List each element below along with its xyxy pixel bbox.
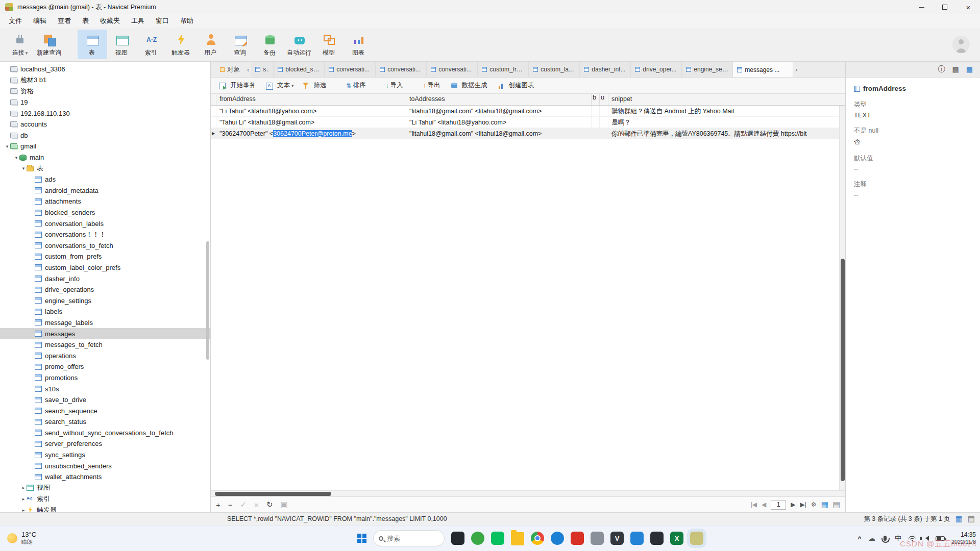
navicat-icon[interactable] bbox=[690, 532, 703, 545]
page-settings-gear-icon[interactable]: ⚙ bbox=[811, 501, 817, 508]
view-button[interactable]: 视图 bbox=[107, 30, 137, 59]
expand-arrow-icon[interactable]: ▸ bbox=[20, 496, 27, 502]
grid-view-icon[interactable]: ▦ bbox=[821, 500, 828, 509]
cell-b[interactable] bbox=[592, 128, 600, 139]
backup-button[interactable]: 备份 bbox=[255, 30, 285, 59]
cell-u[interactable] bbox=[600, 106, 608, 117]
column-header-u[interactable]: u bbox=[600, 94, 608, 105]
delete-record-icon[interactable]: − bbox=[228, 500, 233, 509]
close-button[interactable]: × bbox=[957, 0, 980, 14]
tree-item[interactable]: promo_offers bbox=[0, 361, 210, 372]
table-row[interactable]: ▶ "30624700Peter" <30624700Peter@proton.… bbox=[211, 128, 845, 139]
tree-item[interactable]: ▸ 索引 bbox=[0, 493, 210, 505]
search-input[interactable] bbox=[387, 535, 433, 542]
menu-item[interactable]: 帮助 bbox=[175, 15, 199, 27]
android-studio-icon[interactable] bbox=[650, 532, 664, 545]
tree-item[interactable]: save_to_drive bbox=[0, 394, 210, 406]
table-toolbar-button[interactable]: 创建图表 bbox=[494, 80, 540, 91]
tree-item[interactable]: localhost_3306 bbox=[0, 64, 210, 75]
table-toolbar-button[interactable]: 开始事务 bbox=[215, 80, 261, 91]
menu-item[interactable]: 文件 bbox=[3, 15, 28, 27]
tree-item[interactable]: conversation_labels bbox=[0, 218, 210, 229]
tree-item[interactable]: android_metadata bbox=[0, 185, 210, 196]
tree-item[interactable]: operations bbox=[0, 350, 210, 361]
cell-fromAddress[interactable]: "Tahui Li" <litahui18@gmail.com> bbox=[216, 117, 406, 128]
table-row[interactable]: "Li Tahui" <litahui18@yahoo.com> "litahu… bbox=[211, 106, 845, 117]
vertical-scrollbar[interactable] bbox=[839, 106, 845, 490]
refresh-icon[interactable]: ↻ bbox=[266, 500, 273, 509]
user-avatar[interactable] bbox=[952, 36, 970, 53]
tree-item[interactable]: 19 bbox=[0, 97, 210, 108]
form-view-icon[interactable]: ▤ bbox=[833, 500, 840, 509]
menu-item[interactable]: 表 bbox=[77, 15, 94, 27]
minimize-button[interactable] bbox=[910, 0, 933, 14]
tab-scroll-right-icon[interactable]: › bbox=[793, 62, 799, 77]
tab-objects[interactable]: 对象 bbox=[215, 62, 245, 77]
previous-page-icon[interactable]: ◀ bbox=[762, 501, 766, 508]
v-app-icon[interactable]: V bbox=[610, 532, 624, 545]
tree-item[interactable]: attachments bbox=[0, 196, 210, 207]
menu-item[interactable]: 收藏夹 bbox=[94, 15, 126, 27]
tray-overflow-chevron-icon[interactable]: ^ bbox=[857, 535, 862, 542]
tree-item[interactable]: message_labels bbox=[0, 317, 210, 329]
table-tab[interactable]: messages ... bbox=[733, 62, 793, 77]
tree-item[interactable]: promotions bbox=[0, 372, 210, 384]
table-tab[interactable]: custom_la... bbox=[529, 62, 580, 77]
tree-item[interactable]: drive_operations bbox=[0, 284, 210, 295]
menu-item[interactable]: 窗口 bbox=[150, 15, 175, 27]
connection-button[interactable]: 连接▾ bbox=[5, 30, 35, 59]
expand-arrow-icon[interactable]: ▸ bbox=[20, 508, 27, 512]
wechat-icon[interactable] bbox=[491, 532, 504, 545]
tree-item[interactable]: conversations_to_fetch bbox=[0, 240, 210, 252]
table-tab[interactable]: blocked_se... bbox=[274, 62, 325, 77]
info-icon[interactable]: ⓘ bbox=[938, 65, 945, 74]
taskbar-search[interactable] bbox=[373, 530, 445, 546]
table-tab[interactable]: engine_set... bbox=[682, 62, 733, 77]
status-grid-view-icon[interactable]: ▦ bbox=[955, 514, 963, 523]
menu-item[interactable]: 编辑 bbox=[28, 15, 52, 27]
add-record-icon[interactable]: + bbox=[216, 500, 220, 509]
tree-item[interactable]: 检材3 b1 bbox=[0, 75, 210, 86]
menu-item[interactable]: 查看 bbox=[52, 15, 77, 27]
excel-icon[interactable]: X bbox=[670, 532, 683, 545]
tree-item[interactable]: ▾ main bbox=[0, 152, 210, 163]
weather-widget[interactable]: 13°C 晴朗 bbox=[7, 525, 36, 551]
table-toolbar-button[interactable]: 数据生成 bbox=[447, 80, 493, 91]
tree-item[interactable]: s10s bbox=[0, 383, 210, 394]
stop-icon[interactable]: ▣ bbox=[280, 500, 287, 509]
expand-arrow-icon[interactable]: ▾ bbox=[20, 166, 27, 171]
cell-fromAddress[interactable]: "Li Tahui" <litahui18@yahoo.com> bbox=[216, 106, 406, 117]
table-button[interactable]: 表 bbox=[78, 30, 107, 59]
expand-arrow-icon[interactable]: ▸ bbox=[20, 485, 27, 490]
start-button[interactable] bbox=[357, 534, 366, 543]
vertical-scrollbar-thumb[interactable] bbox=[841, 259, 845, 481]
tree-item[interactable]: accounts bbox=[0, 119, 210, 130]
tree-item[interactable]: 192.168.110.130 bbox=[0, 108, 210, 119]
status-form-view-icon[interactable]: ▤ bbox=[968, 514, 975, 523]
ime-indicator[interactable]: 中 bbox=[895, 534, 901, 543]
charts-button[interactable]: 图表 bbox=[344, 30, 374, 59]
column-header-toAddresses[interactable]: toAddresses bbox=[406, 94, 592, 105]
tree-item[interactable]: search_status bbox=[0, 416, 210, 428]
cell-toAddresses[interactable]: "litahui18@gmail.com" <litahui18@gmail.c… bbox=[406, 106, 592, 117]
cell-u[interactable] bbox=[600, 128, 608, 139]
tree-item[interactable]: messages_to_fetch bbox=[0, 339, 210, 350]
tree-item[interactable]: 资格 bbox=[0, 86, 210, 97]
first-page-icon[interactable]: |◀ bbox=[751, 501, 757, 508]
grid-properties-icon[interactable]: ▦ bbox=[966, 65, 973, 73]
microphone-icon[interactable] bbox=[884, 536, 887, 541]
last-page-icon[interactable]: ▶| bbox=[800, 501, 806, 508]
tree-item[interactable]: server_preferences bbox=[0, 438, 210, 449]
tree-item[interactable]: blocked_senders bbox=[0, 207, 210, 218]
onedrive-cloud-icon[interactable]: ☁ bbox=[868, 534, 875, 542]
horizontal-scrollbar[interactable] bbox=[211, 490, 845, 496]
tree-item[interactable]: custom_label_color_prefs bbox=[0, 262, 210, 273]
volume-icon[interactable] bbox=[925, 536, 929, 541]
photos-app-icon[interactable] bbox=[630, 532, 644, 545]
tree-item[interactable]: messages bbox=[0, 328, 210, 339]
cell-u[interactable] bbox=[600, 117, 608, 128]
sidebar-scrollbar[interactable] bbox=[206, 241, 209, 360]
next-page-icon[interactable]: ▶ bbox=[791, 501, 795, 508]
trigger-button[interactable]: 触发器 bbox=[166, 30, 196, 59]
table-toolbar-button[interactable]: 筛选 bbox=[299, 80, 332, 91]
